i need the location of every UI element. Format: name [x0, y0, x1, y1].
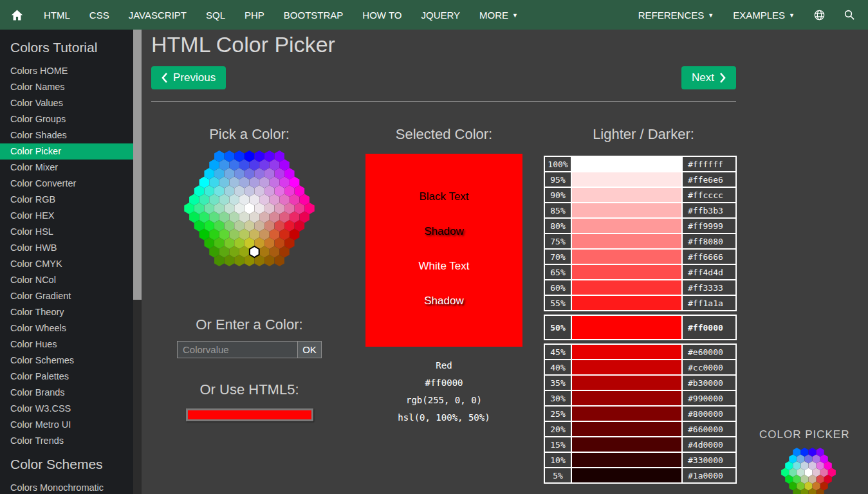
color-hexagon-map[interactable] — [183, 149, 316, 268]
sidebar-item-color-mixer[interactable]: Color Mixer — [0, 160, 133, 176]
sidebar-item-colors-monochromatic[interactable]: Colors Monochromatic — [0, 480, 133, 494]
sidebar-item-color-hsl[interactable]: Color HSL — [0, 224, 133, 240]
shade-swatch[interactable] — [571, 249, 682, 264]
sidebar-item-color-brands[interactable]: Color Brands — [0, 385, 133, 401]
shade-percent: 30% — [544, 390, 571, 406]
caret-down-icon: ▼ — [789, 12, 795, 19]
shade-hex: #1a0000 — [682, 468, 736, 483]
sidebar-item-colors-home[interactable]: Colors HOME — [0, 63, 133, 79]
shade-hex: #ffb3b3 — [682, 203, 736, 218]
sidebar-item-color-hwb[interactable]: Color HWB — [0, 240, 133, 256]
nav-item-how-to[interactable]: HOW TO — [353, 0, 411, 30]
selected-color-box: Black Text Shadow White Text Shadow — [365, 154, 522, 347]
shade-row: 30%#990000 — [544, 390, 736, 406]
shade-swatch[interactable] — [571, 437, 682, 452]
previous-button[interactable]: Previous — [151, 66, 226, 89]
sidebar-item-color-names[interactable]: Color Names — [0, 79, 133, 95]
shade-swatch[interactable] — [571, 203, 682, 218]
main-content: HTML Color Picker Previous Next Pick a C… — [142, 30, 868, 494]
shade-hex: #800000 — [682, 406, 736, 421]
html5-heading: Or Use HTML5: — [151, 381, 347, 399]
shade-swatch[interactable] — [571, 344, 682, 360]
sidebar-item-color-wheels[interactable]: Color Wheels — [0, 320, 133, 336]
enter-color-heading: Or Enter a Color: — [151, 316, 347, 334]
nav-item-html[interactable]: HTML — [34, 0, 80, 30]
shade-hex: #ff8080 — [682, 233, 736, 249]
sidebar-item-color-cmyk[interactable]: Color CMYK — [0, 256, 133, 272]
color-picker-logo[interactable] — [780, 446, 837, 494]
html5-color-input[interactable] — [186, 408, 313, 421]
shade-swatch[interactable] — [571, 452, 682, 468]
shade-row: 60%#ff3333 — [544, 280, 736, 295]
selected-color-column: Selected Color: Black Text Shadow White … — [365, 126, 522, 426]
shade-swatch[interactable] — [571, 218, 682, 233]
nav-item-javascript[interactable]: JAVASCRIPT — [119, 0, 196, 30]
shade-swatch[interactable] — [571, 280, 682, 295]
sidebar-item-color-hex[interactable]: Color HEX — [0, 208, 133, 224]
shade-row: 85%#ffb3b3 — [544, 203, 736, 218]
shade-swatch[interactable] — [571, 156, 682, 172]
next-button[interactable]: Next — [681, 66, 736, 89]
sidebar-item-color-metro-ui[interactable]: Color Metro UI — [0, 417, 133, 433]
nav-item-bootstrap[interactable]: BOOTSTRAP — [274, 0, 353, 30]
shade-hex: #ffcccc — [682, 187, 736, 203]
shade-swatch[interactable] — [571, 264, 682, 280]
sidebar-section2-title: Color Schemes — [0, 457, 133, 472]
nav-item-examples[interactable]: EXAMPLES▼ — [723, 0, 804, 30]
home-icon[interactable] — [0, 0, 34, 30]
sidebar-item-color-trends[interactable]: Color Trends — [0, 433, 133, 449]
sidebar-item-color-picker[interactable]: Color Picker — [0, 143, 133, 160]
shade-percent: 95% — [544, 172, 571, 187]
shade-swatch[interactable] — [571, 390, 682, 406]
shade-percent: 80% — [544, 218, 571, 233]
sidebar-item-color-palettes[interactable]: Color Palettes — [0, 369, 133, 385]
shade-hex: #ffffff — [682, 156, 736, 172]
nav-item-sql[interactable]: SQL — [196, 0, 235, 30]
sidebar-item-color-converter[interactable]: Color Converter — [0, 176, 133, 192]
sidebar-item-color-values[interactable]: Color Values — [0, 95, 133, 111]
shade-percent: 55% — [544, 295, 571, 311]
ok-button[interactable]: OK — [298, 341, 322, 358]
nav-item-references[interactable]: REFERENCES▼ — [629, 0, 723, 30]
globe-icon[interactable] — [804, 0, 835, 30]
shade-swatch[interactable] — [571, 375, 682, 390]
nav-item-css[interactable]: CSS — [80, 0, 119, 30]
color-hsl-value: hsl(0, 100%, 50%) — [365, 409, 522, 426]
shade-row: 40%#cc0000 — [544, 360, 736, 375]
shade-swatch[interactable] — [571, 360, 682, 375]
sidebar-item-color-shades[interactable]: Color Shades — [0, 127, 133, 143]
hexmap-wrap — [151, 149, 347, 268]
shade-swatch[interactable] — [571, 421, 682, 437]
shade-percent: 65% — [544, 264, 571, 280]
sidebar-scrollbar[interactable] — [133, 30, 142, 494]
sidebar-item-color-groups[interactable]: Color Groups — [0, 111, 133, 127]
sidebar-scrollbar-thumb[interactable] — [133, 30, 142, 300]
shade-swatch[interactable] — [571, 315, 682, 340]
shade-hex: #ff3333 — [682, 280, 736, 295]
shade-swatch[interactable] — [571, 406, 682, 421]
nav-item-more[interactable]: MORE▼ — [470, 0, 528, 30]
color-value-input[interactable] — [177, 341, 298, 358]
selected-color-marker[interactable] — [250, 246, 259, 257]
shade-row: 50%#ff0000 — [544, 315, 736, 340]
shade-swatch[interactable] — [571, 295, 682, 311]
sidebar-item-color-w3-css[interactable]: Color W3.CSS — [0, 401, 133, 417]
sidebar-item-color-theory[interactable]: Color Theory — [0, 304, 133, 320]
sidebar-item-color-schemes[interactable]: Color Schemes — [0, 352, 133, 369]
shade-row: 55%#ff1a1a — [544, 295, 736, 311]
color-picker-ad-label[interactable]: COLOR PICKER — [759, 428, 849, 441]
sidebar-item-color-gradient[interactable]: Color Gradient — [0, 288, 133, 304]
sidebar-item-color-hues[interactable]: Color Hues — [0, 336, 133, 352]
sidebar-item-color-rgb[interactable]: Color RGB — [0, 192, 133, 208]
shade-swatch[interactable] — [571, 187, 682, 203]
search-icon[interactable] — [835, 0, 864, 30]
nav-item-jquery[interactable]: JQUERY — [411, 0, 470, 30]
shade-hex: #ffe6e6 — [682, 172, 736, 187]
shade-swatch[interactable] — [571, 468, 682, 483]
sidebar-item-color-ncol[interactable]: Color NCol — [0, 272, 133, 288]
shade-percent: 75% — [544, 233, 571, 249]
shade-percent: 15% — [544, 437, 571, 452]
nav-item-php[interactable]: PHP — [235, 0, 274, 30]
shade-swatch[interactable] — [571, 233, 682, 249]
shade-swatch[interactable] — [571, 172, 682, 187]
